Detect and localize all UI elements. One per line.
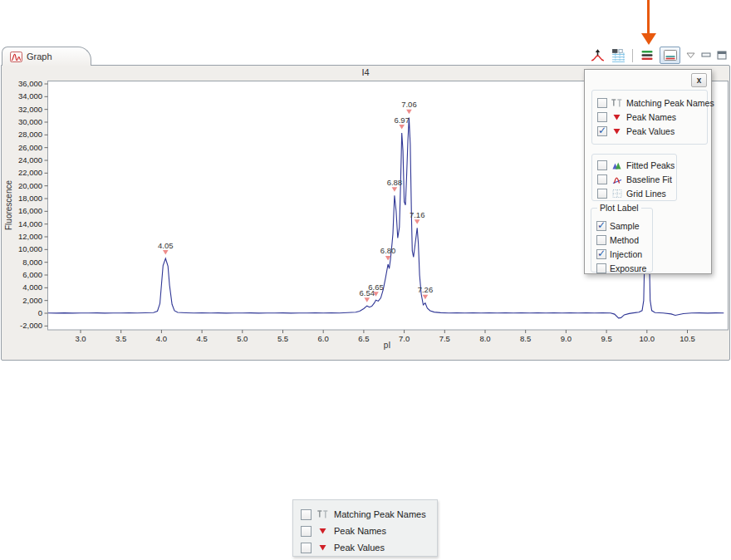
baseline-fit-icon <box>611 174 623 184</box>
close-icon[interactable]: x <box>691 73 707 87</box>
y-tick-label: 28,000 <box>18 130 42 139</box>
matching-peak-names-checkbox[interactable] <box>597 98 607 108</box>
peak-value-label: 6.65 <box>368 282 384 292</box>
y-tick-label: 2,000 <box>22 296 42 305</box>
exposure-label: Exposure <box>610 263 646 273</box>
x-tick-label: 9.5 <box>601 334 611 343</box>
row-peak-names: Peak Names <box>301 523 437 539</box>
y-tick-label: 8,000 <box>22 258 42 267</box>
peak-values-icon <box>611 126 623 136</box>
matching-peak-names-label: Matching Peak Names <box>334 509 426 519</box>
baseline-fit-checkbox[interactable] <box>597 174 607 184</box>
fitted-peaks-label: Fitted Peaks <box>626 160 675 170</box>
matching-peak-names-label: Matching Peak Names <box>626 98 714 108</box>
matching-peak-names-icon <box>316 509 329 519</box>
row-matching-peak-names: Matching Peak Names <box>597 96 707 110</box>
peak-value-label: 6.97 <box>394 115 410 125</box>
overlay-traces-button[interactable] <box>660 47 680 64</box>
fitted-peaks-checkbox[interactable] <box>597 160 607 170</box>
stacked-traces-button[interactable] <box>639 47 655 64</box>
baseline-fit-label: Baseline Fit <box>626 174 672 184</box>
x-tick-label: 8.0 <box>479 334 490 343</box>
row-baseline-fit: Baseline Fit <box>597 172 676 186</box>
peak-names-icon <box>611 112 623 122</box>
x-axis-label: pI <box>384 341 390 350</box>
y-tick-label: -2,000 <box>20 321 42 330</box>
minimize-icon <box>701 52 711 60</box>
y-tick-label: 6,000 <box>22 270 42 279</box>
matching-peak-names-icon <box>611 98 623 108</box>
minimize-view-button[interactable] <box>700 47 712 64</box>
row-injection: Injection <box>596 247 652 261</box>
peak-value-label: 4.05 <box>158 241 174 250</box>
row-peak-values: Peak Values <box>597 124 707 138</box>
peak-labels-legend-panel: Matching Peak NamesPeak NamesPeak Values <box>292 499 438 557</box>
peak-values-checkbox[interactable] <box>597 126 607 136</box>
peak-value-label: 7.16 <box>410 210 425 219</box>
peak-values-checkbox[interactable] <box>301 543 312 553</box>
x-tick-label: 10.5 <box>679 334 695 343</box>
x-tick-label: 8.5 <box>520 334 531 343</box>
row-sample: Sample <box>596 219 652 233</box>
peak-marker-tool-icon <box>591 48 605 62</box>
peak-value-label: 7.06 <box>401 100 417 109</box>
peak-names-checkbox[interactable] <box>597 112 607 122</box>
peak-annotation-tool-button[interactable] <box>610 47 626 64</box>
peak-marker-tool-button[interactable] <box>589 47 606 64</box>
row-peak-names: Peak Names <box>597 110 707 124</box>
y-tick-label: 30,000 <box>18 117 42 126</box>
maximize-view-button[interactable] <box>716 47 728 64</box>
view-menu-chevron-icon[interactable] <box>684 47 696 64</box>
peak-value-label: 6.88 <box>387 178 403 187</box>
sample-label: Sample <box>610 221 640 231</box>
peak-values-label: Peak Values <box>626 126 675 136</box>
y-tick-label: 26,000 <box>18 143 42 152</box>
y-tick-label: 10,000 <box>18 244 42 253</box>
y-tick-label: 36,000 <box>18 79 42 88</box>
peak-values-label: Peak Values <box>334 543 385 553</box>
grid-lines-label: Grid Lines <box>626 189 666 199</box>
method-label: Method <box>610 235 639 245</box>
view-toolbar <box>589 46 728 65</box>
y-tick-label: 12,000 <box>18 232 42 241</box>
method-checkbox[interactable] <box>596 235 606 245</box>
peak-value-label: 6.80 <box>380 246 396 255</box>
graph-tab-icon <box>10 52 22 62</box>
x-tick-label: 4.5 <box>196 334 207 343</box>
tab-graph[interactable]: Graph <box>2 47 91 66</box>
x-tick-label: 5.0 <box>237 334 248 343</box>
x-tick-label: 10.0 <box>640 334 655 343</box>
annotation-arrow-head <box>641 33 656 45</box>
y-tick-label: 22,000 <box>18 168 42 177</box>
x-tick-label: 7.5 <box>439 334 450 343</box>
sample-checkbox[interactable] <box>596 221 606 231</box>
grid-lines-checkbox[interactable] <box>597 189 607 199</box>
peak-labels-group: Matching Peak NamesPeak NamesPeak Values <box>591 90 708 145</box>
row-exposure: Exposure <box>596 261 652 275</box>
peak-names-icon <box>316 526 329 536</box>
y-tick-label: 34,000 <box>18 91 42 101</box>
tab-graph-label: Graph <box>27 52 52 61</box>
stacked-traces-icon <box>640 49 654 61</box>
y-tick-label: 14,000 <box>18 219 42 228</box>
peak-names-checkbox[interactable] <box>301 526 312 537</box>
x-tick-label: 4.0 <box>156 334 167 343</box>
x-tick-label: 3.5 <box>115 334 126 343</box>
peak-display-options-popup: x Matching Peak NamesPeak NamesPeak Valu… <box>584 69 712 274</box>
chart-title: I4 <box>361 67 369 77</box>
row-grid-lines: Grid Lines <box>597 186 676 200</box>
y-tick-label: 16,000 <box>18 206 42 215</box>
peak-values-icon <box>316 543 329 553</box>
x-tick-label: 5.5 <box>277 334 288 343</box>
matching-peak-names-checkbox[interactable] <box>301 509 312 520</box>
injection-checkbox[interactable] <box>596 249 606 259</box>
row-fitted-peaks: Fitted Peaks <box>597 158 676 172</box>
exposure-checkbox[interactable] <box>596 263 606 273</box>
annotation-arrow-line <box>647 0 650 34</box>
x-tick-label: 6.0 <box>318 334 329 343</box>
y-tick-label: 32,000 <box>18 105 42 114</box>
x-tick-label: 7.0 <box>399 334 410 343</box>
y-tick-label: 4,000 <box>22 282 42 292</box>
y-tick-label: 24,000 <box>18 155 42 165</box>
plot-label-group-title: Plot Label <box>597 203 641 213</box>
